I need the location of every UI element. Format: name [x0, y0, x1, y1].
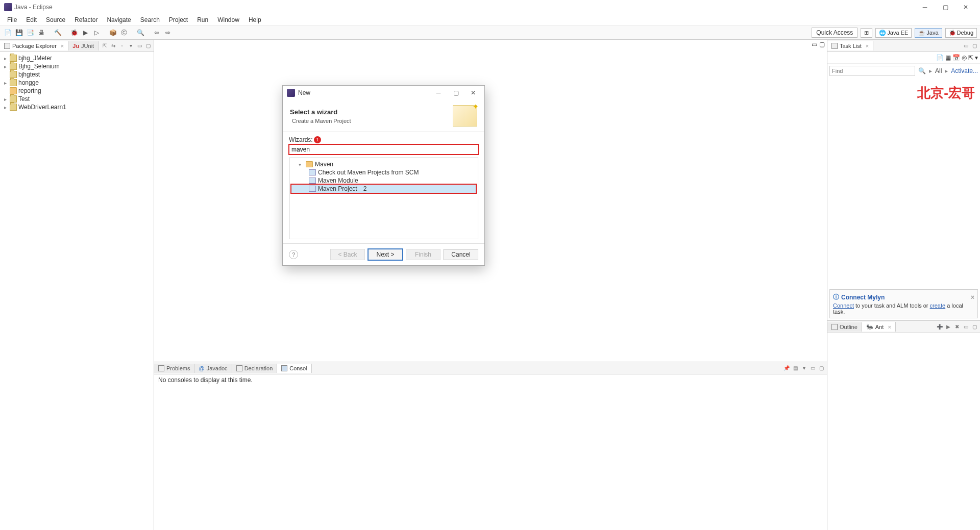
- tab-package-explorer[interactable]: Package Explorer ×: [0, 41, 68, 51]
- collapse-icon[interactable]: ⇱: [968, 54, 973, 61]
- maximize-view-icon[interactable]: ▢: [971, 42, 978, 49]
- menu-navigate[interactable]: Navigate: [103, 15, 135, 24]
- ant-run-icon[interactable]: ▶: [945, 323, 952, 331]
- tab-javadoc[interactable]: @Javadoc: [194, 364, 232, 373]
- build-icon[interactable]: 🔨: [53, 28, 62, 37]
- tab-ant[interactable]: 🐜Ant×: [862, 322, 896, 332]
- menu-window[interactable]: Window: [213, 15, 243, 24]
- menu-help[interactable]: Help: [244, 15, 265, 24]
- wizard-folder[interactable]: ▾Maven: [291, 160, 476, 168]
- tab-problems[interactable]: Problems: [154, 364, 194, 373]
- minimize-view-icon[interactable]: ▭: [136, 42, 143, 49]
- perspective-java[interactable]: ☕ Java: [915, 28, 942, 38]
- wizard-item-selected[interactable]: Maven Project 2: [291, 185, 476, 193]
- expand-icon[interactable]: ▸: [2, 80, 8, 86]
- menu-refactor[interactable]: Refactor: [70, 15, 102, 24]
- next-button[interactable]: Next >: [368, 249, 403, 260]
- mylyn-create-link[interactable]: create: [930, 302, 946, 309]
- filter-icon[interactable]: ▾: [975, 54, 978, 61]
- maximize-view-icon[interactable]: ▢: [818, 365, 825, 372]
- maximize-view-icon[interactable]: ▢: [144, 42, 152, 49]
- search-icon[interactable]: 🔍: [918, 67, 926, 74]
- collapse-icon[interactable]: ▾: [299, 162, 304, 167]
- ant-remove-icon[interactable]: ✖: [953, 323, 961, 331]
- tab-declaration[interactable]: Declaration: [232, 364, 278, 373]
- tab-task-list[interactable]: Task List×: [827, 41, 873, 51]
- chevron-right-icon[interactable]: ▸: [929, 67, 932, 74]
- menu-edit[interactable]: Edit: [22, 15, 41, 24]
- focus-icon[interactable]: ▫: [118, 42, 126, 49]
- dialog-titlebar[interactable]: New ─ ▢ ✕: [283, 86, 484, 100]
- minimize-view-icon[interactable]: ▭: [962, 42, 969, 49]
- cancel-button[interactable]: Cancel: [444, 249, 478, 260]
- mylyn-connect-link[interactable]: Connect: [833, 302, 854, 309]
- project-item[interactable]: ▸Test: [0, 95, 154, 103]
- link-editor-icon[interactable]: ⇆: [110, 42, 117, 49]
- wizard-item[interactable]: Maven Module: [291, 176, 476, 185]
- console-display-icon[interactable]: ▤: [792, 365, 799, 372]
- console-pin-icon[interactable]: 📌: [783, 365, 790, 372]
- close-icon[interactable]: ×: [866, 43, 869, 49]
- schedule-icon[interactable]: 📅: [952, 54, 960, 61]
- perspective-open-icon[interactable]: ⊞: [861, 28, 872, 38]
- collapse-all-icon[interactable]: ⇱: [101, 42, 108, 49]
- project-item[interactable]: bjhgtest: [0, 70, 154, 79]
- menu-source[interactable]: Source: [42, 15, 69, 24]
- window-close[interactable]: ✕: [955, 1, 976, 13]
- minimize-view-icon[interactable]: ▭: [809, 365, 816, 372]
- wizard-tree[interactable]: ▾Maven Check out Maven Projects from SCM…: [289, 158, 478, 239]
- menu-search[interactable]: Search: [136, 15, 164, 24]
- perspective-debug[interactable]: 🐞 Debug: [945, 28, 977, 38]
- window-maximize[interactable]: ▢: [935, 1, 955, 13]
- tab-console[interactable]: Consol: [277, 364, 311, 373]
- print-icon[interactable]: 🖶: [37, 28, 46, 37]
- save-icon[interactable]: 💾: [14, 28, 23, 37]
- tab-junit[interactable]: Ju JUnit: [68, 41, 99, 51]
- new-class-icon[interactable]: Ⓒ: [119, 28, 129, 37]
- new-package-icon[interactable]: 📦: [108, 28, 117, 37]
- project-item[interactable]: ▸hongge: [0, 79, 154, 87]
- project-item[interactable]: ▸WebDriverLearn1: [0, 103, 154, 111]
- menu-run[interactable]: Run: [193, 15, 212, 24]
- expand-icon[interactable]: ▸: [2, 96, 8, 102]
- console-open-icon[interactable]: ▾: [800, 365, 807, 372]
- dialog-close[interactable]: ✕: [466, 89, 480, 96]
- expand-icon[interactable]: ▸: [2, 105, 8, 110]
- menu-file[interactable]: File: [3, 15, 21, 24]
- task-activate-link[interactable]: Activate...: [951, 67, 978, 74]
- dialog-maximize[interactable]: ▢: [449, 89, 463, 96]
- debug-dropdown-icon[interactable]: 🐞: [69, 28, 79, 37]
- wizard-item[interactable]: Check out Maven Projects from SCM: [291, 168, 476, 176]
- nav-forward-icon[interactable]: ⇨: [163, 28, 173, 37]
- minimize-editor-icon[interactable]: ▭: [812, 41, 817, 48]
- categorize-icon[interactable]: ▦: [945, 54, 951, 61]
- ant-add-icon[interactable]: ➕: [936, 323, 943, 331]
- save-all-icon[interactable]: 📑: [26, 28, 35, 37]
- window-minimize[interactable]: ─: [915, 1, 935, 13]
- project-item[interactable]: ▸Bjhg_Selenium: [0, 62, 154, 70]
- project-item[interactable]: reportng: [0, 87, 154, 95]
- wizard-filter-input[interactable]: [289, 144, 478, 155]
- perspective-java-ee[interactable]: 🌐 Java EE: [875, 28, 912, 38]
- maximize-view-icon[interactable]: ▢: [971, 323, 978, 331]
- run-dropdown-icon[interactable]: ▶: [81, 28, 90, 37]
- minimize-view-icon[interactable]: ▭: [962, 323, 969, 331]
- search-icon[interactable]: 🔍: [136, 28, 145, 37]
- new-button-icon[interactable]: 📄: [3, 28, 12, 37]
- project-item[interactable]: ▸bjhg_JMeter: [0, 54, 154, 62]
- task-find-input[interactable]: [829, 66, 915, 76]
- chevron-right-icon[interactable]: ▸: [945, 67, 948, 74]
- new-task-icon[interactable]: 📄: [936, 54, 944, 61]
- view-menu-icon[interactable]: ▾: [127, 42, 134, 49]
- package-explorer-tree[interactable]: ▸bjhg_JMeter ▸Bjhg_Selenium bjhgtest ▸ho…: [0, 52, 154, 530]
- help-icon[interactable]: ?: [289, 250, 298, 259]
- task-all-label[interactable]: All: [935, 67, 942, 74]
- close-icon[interactable]: ×: [888, 324, 891, 330]
- close-icon[interactable]: ×: [61, 43, 64, 49]
- tab-outline[interactable]: Outline: [827, 322, 862, 332]
- close-icon[interactable]: ×: [971, 294, 974, 301]
- menu-project[interactable]: Project: [165, 15, 192, 24]
- maximize-editor-icon[interactable]: ▢: [819, 41, 825, 48]
- run-last-icon[interactable]: ▷: [92, 28, 101, 37]
- nav-back-icon[interactable]: ⇦: [152, 28, 161, 37]
